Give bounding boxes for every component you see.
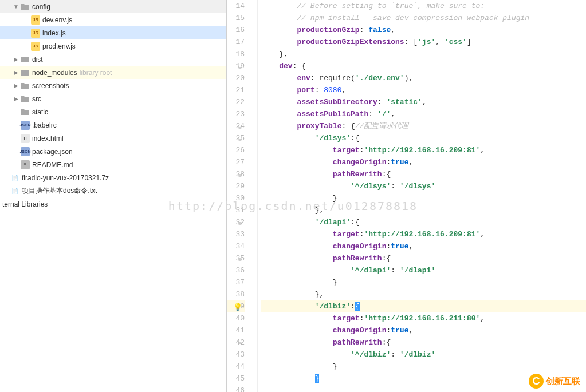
- line-number: 41: [227, 324, 245, 336]
- line-number: 30: [227, 192, 245, 204]
- folder-screenshots[interactable]: ▶ screenshots: [0, 79, 226, 92]
- code-line[interactable]: '^/dlapi': '/dlapi': [261, 264, 586, 276]
- line-gutter: 14 15 16 17 18 19⊟ 20 21 22 23 24⊟ 25⊟ 2…: [227, 0, 258, 392]
- folder-icon: [21, 81, 30, 90]
- code-line[interactable]: pathRewrith:{: [261, 252, 586, 264]
- code-line[interactable]: dev: {: [261, 60, 586, 72]
- folder-label: static: [32, 108, 48, 116]
- code-line[interactable]: productionGzip: false,: [261, 24, 586, 36]
- line-number: 15: [227, 12, 245, 24]
- file-archive[interactable]: 📄 firadio-yun-vux-20170321.7z: [0, 171, 226, 184]
- file-babelrc[interactable]: JSON .babelrc: [0, 118, 226, 132]
- folder-src[interactable]: ▶ src: [0, 92, 226, 105]
- code-line[interactable]: }: [261, 361, 586, 373]
- code-line[interactable]: // Before setting to `true`, make sure t…: [261, 0, 586, 12]
- line-number: 22: [227, 96, 245, 108]
- fold-icon[interactable]: ⊟: [237, 170, 243, 177]
- line-number: 25⊟: [227, 132, 245, 144]
- line-number: 42⊟: [227, 336, 245, 349]
- brand-logo: C 创新互联: [529, 374, 580, 389]
- file-label: package.json: [32, 148, 73, 156]
- chevron-right-icon: ▶: [13, 56, 19, 63]
- line-number: 29: [227, 180, 245, 192]
- json-icon: JSON: [21, 121, 30, 130]
- folder-icon: [21, 108, 30, 117]
- file-label: .babelrc: [32, 121, 57, 129]
- code-line[interactable]: target:'http://192.168.16.209:81',: [261, 144, 586, 156]
- code-line[interactable]: target:'http://192.168.16.211:80',: [261, 312, 586, 324]
- line-number: 21: [227, 84, 245, 96]
- folder-icon: [21, 68, 30, 77]
- folder-icon: [21, 2, 30, 11]
- code-line[interactable]: productionGzipExtensions: ['js', 'css']: [261, 36, 586, 48]
- folder-label: src: [32, 95, 41, 103]
- fold-icon[interactable]: ⊟: [237, 218, 243, 225]
- js-icon: JS: [31, 15, 40, 25]
- file-prod-env[interactable]: JS prod.env.js: [0, 39, 226, 53]
- ide-root: ▼ config JS dev.env.js JS index.js JS pr…: [0, 0, 586, 392]
- code-line[interactable]: },: [261, 288, 586, 300]
- js-icon: JS: [31, 42, 40, 51]
- code-line[interactable]: // npm install --save-dev compression-we…: [261, 12, 586, 24]
- fold-icon[interactable]: ⊟: [237, 254, 243, 261]
- code-line[interactable]: '^/dlsys': '/dlsys': [261, 180, 586, 192]
- code-content[interactable]: // Before setting to `true`, make sure t…: [258, 0, 586, 392]
- external-libraries[interactable]: ternal Libraries: [0, 197, 226, 211]
- line-number: 28⊟: [227, 168, 245, 180]
- bulb-icon[interactable]: 💡: [233, 302, 242, 314]
- line-number: 16: [227, 24, 245, 36]
- logo-label: 创新互联: [546, 376, 580, 387]
- file-txt[interactable]: 📄 项目操作基本dos命令.txt: [0, 184, 226, 197]
- line-number: 27: [227, 156, 245, 168]
- code-editor[interactable]: 14 15 16 17 18 19⊟ 20 21 22 23 24⊟ 25⊟ 2…: [227, 0, 586, 392]
- code-line[interactable]: proxyTable: {//配置请求代理: [261, 120, 586, 132]
- project-tree[interactable]: ▼ config JS dev.env.js JS index.js JS pr…: [0, 0, 227, 392]
- folder-dist[interactable]: ▶ dist: [0, 53, 226, 66]
- fold-icon[interactable]: ⊟: [237, 122, 243, 129]
- code-line[interactable]: assetsPublicPath: '/',: [261, 108, 586, 120]
- line-number: 33: [227, 228, 245, 240]
- fold-icon[interactable]: ⊟: [237, 134, 243, 141]
- file-index-js[interactable]: JS index.js: [0, 26, 226, 39]
- line-number: 20: [227, 72, 245, 84]
- code-line[interactable]: '/dlbiz':{: [261, 300, 586, 312]
- folder-static[interactable]: static: [0, 105, 226, 118]
- folder-label: dist: [32, 56, 43, 64]
- line-number: 36: [227, 264, 245, 276]
- line-number: 34: [227, 240, 245, 252]
- ext-lib-label: ternal Libraries: [2, 200, 48, 208]
- code-line[interactable]: },: [261, 204, 586, 216]
- code-line[interactable]: }: [261, 276, 586, 288]
- code-line[interactable]: changeOrigin:true,: [261, 156, 586, 168]
- file-readme[interactable]: ≡ README.md: [0, 158, 226, 171]
- code-line[interactable]: target:'http://192.168.16.209:81',: [261, 228, 586, 240]
- code-line[interactable]: '^/dlbiz': '/dlbiz': [261, 349, 586, 361]
- folder-icon: [21, 55, 30, 64]
- folder-node-modules[interactable]: ▶ node_modules library root: [0, 66, 226, 79]
- json-icon: JSON: [21, 147, 30, 156]
- code-line[interactable]: port: 8080,: [261, 84, 586, 96]
- fold-icon[interactable]: ⊟: [237, 338, 243, 345]
- code-line[interactable]: '/dlsys':{: [261, 132, 586, 144]
- folder-label: screenshots: [32, 82, 69, 90]
- fold-icon[interactable]: ⊟: [237, 62, 243, 69]
- code-line[interactable]: pathRewrith:{: [261, 168, 586, 180]
- code-line[interactable]: }: [261, 192, 586, 204]
- code-line[interactable]: pathRewrith:{: [261, 336, 586, 349]
- file-dev-env[interactable]: JS dev.env.js: [0, 13, 226, 26]
- code-line[interactable]: changeOrigin:true,: [261, 240, 586, 252]
- code-line[interactable]: env: require('./dev.env'),: [261, 72, 586, 84]
- file-icon: 📄: [10, 187, 19, 196]
- file-index-html[interactable]: H index.html: [0, 132, 226, 145]
- library-root-badge: library root: [80, 69, 112, 77]
- code-line[interactable]: },: [261, 48, 586, 60]
- file-label: firadio-yun-vux-20170321.7z: [22, 174, 109, 182]
- line-number: 43: [227, 349, 245, 361]
- code-line[interactable]: '/dlapi':{: [261, 216, 586, 228]
- folder-label: node_modules: [32, 69, 77, 77]
- code-line[interactable]: assetsSubDirectory: 'static',: [261, 96, 586, 108]
- code-line[interactable]: changeOrigin:true,: [261, 324, 586, 336]
- folder-config[interactable]: ▼ config: [0, 0, 226, 13]
- line-number: 44: [227, 361, 245, 373]
- file-package-json[interactable]: JSON package.json: [0, 145, 226, 158]
